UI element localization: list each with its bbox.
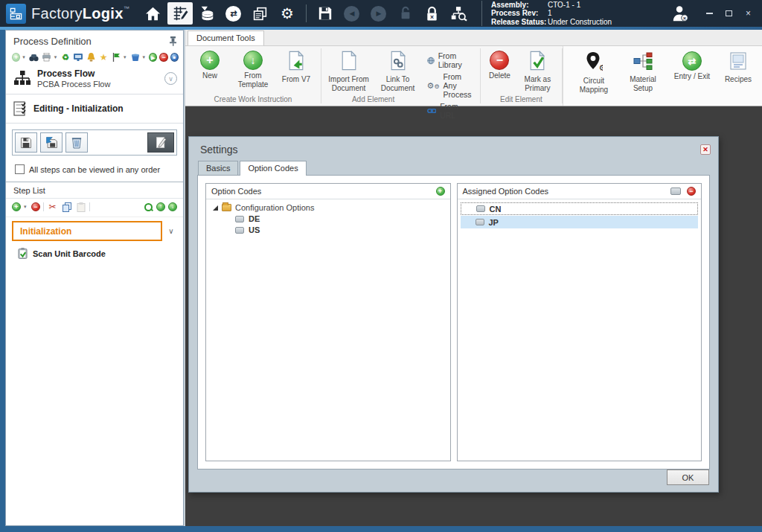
selected-step-group[interactable]: Initialization bbox=[12, 221, 162, 241]
cut-icon[interactable]: ✂ bbox=[47, 202, 58, 212]
stop-icon[interactable]: − bbox=[159, 53, 167, 62]
binoculars-icon[interactable] bbox=[29, 52, 39, 63]
minimize-button[interactable] bbox=[703, 8, 716, 19]
transfer-button[interactable]: ⇄ bbox=[221, 2, 246, 25]
assigned-item[interactable]: CN bbox=[461, 202, 699, 215]
report-icon[interactable] bbox=[73, 52, 83, 63]
alert-icon[interactable] bbox=[86, 52, 96, 63]
back-button[interactable]: ◀ bbox=[339, 2, 365, 25]
pause-icon[interactable]: ■ bbox=[170, 53, 179, 62]
ok-button[interactable]: OK bbox=[667, 469, 709, 485]
move-down-icon[interactable]: ↓ bbox=[168, 202, 177, 211]
process-search-button[interactable] bbox=[446, 2, 472, 25]
add-step-dropdown-icon[interactable]: ▾ bbox=[24, 204, 28, 210]
checklist-edit-icon bbox=[13, 101, 28, 116]
copy-icon[interactable] bbox=[61, 202, 72, 212]
process-definition-editor-button[interactable] bbox=[167, 2, 193, 25]
link-to-document-button[interactable]: Link To Document bbox=[374, 49, 423, 92]
fill-bucket-icon[interactable] bbox=[130, 52, 141, 63]
from-url-button[interactable]: From URL bbox=[427, 102, 473, 120]
release-status-value: Under Construction bbox=[548, 18, 612, 27]
entry-exit-button[interactable]: ⇄ Entry / Exit bbox=[670, 50, 714, 106]
collapse-group-icon[interactable]: ∨ bbox=[162, 227, 180, 235]
tree-root-label: Configuration Options bbox=[235, 203, 314, 212]
assigned-title: Assigned Option Codes bbox=[463, 187, 549, 196]
assembly-label: Assembly: bbox=[491, 1, 548, 10]
option-codes-tab-panel: Option Codes + Configuration Options DE bbox=[197, 175, 710, 469]
start-icon[interactable]: ▶ bbox=[149, 53, 157, 62]
import-from-document-button[interactable]: Import From Document bbox=[324, 49, 374, 92]
process-flow-row[interactable]: Process Flow PCBA Process Flow ∨ bbox=[6, 67, 183, 94]
refresh-icon[interactable]: ♻ bbox=[60, 52, 71, 63]
pin-icon[interactable] bbox=[169, 36, 177, 46]
process-definition-panel: Process Definition +▾ ▾ ♻ ★ ▾ ▾ ▶ − ■ Pr… bbox=[5, 30, 184, 526]
forward-button[interactable]: ▶ bbox=[366, 2, 391, 25]
fill-dropdown-icon[interactable]: ▾ bbox=[143, 54, 147, 60]
close-button[interactable]: × bbox=[742, 8, 755, 19]
assigned-item[interactable]: JP bbox=[461, 216, 699, 228]
paste-icon[interactable] bbox=[75, 202, 86, 212]
tree-item[interactable]: DE bbox=[208, 214, 448, 225]
favorite-star-icon[interactable]: ★ bbox=[98, 52, 109, 63]
dialog-close-icon[interactable]: ✕ bbox=[700, 144, 711, 155]
print-icon[interactable] bbox=[42, 52, 52, 63]
green-plus-icon: + bbox=[200, 51, 220, 70]
order-checkbox[interactable] bbox=[15, 164, 25, 174]
remove-option-icon[interactable]: − bbox=[687, 187, 696, 196]
material-tree-icon bbox=[633, 51, 653, 74]
back-icon: ◀ bbox=[344, 6, 359, 22]
from-v7-button[interactable]: From V7 bbox=[275, 49, 318, 84]
expander-icon[interactable] bbox=[213, 205, 218, 211]
recipes-button[interactable]: Recipes bbox=[720, 50, 757, 106]
circuit-mapping-button[interactable]: ⚙ Circuit Mapping bbox=[572, 50, 615, 106]
material-setup-button[interactable]: Material Setup bbox=[621, 50, 665, 106]
publish-dropdown-icon[interactable]: ▾ bbox=[124, 54, 128, 60]
new-button[interactable]: + New bbox=[188, 49, 231, 80]
lock-denied-button[interactable]: × bbox=[420, 2, 445, 25]
selected-step-group-row[interactable]: Initialization ∨ bbox=[6, 217, 183, 244]
save-button[interactable] bbox=[313, 2, 338, 25]
delete-document-button[interactable] bbox=[65, 132, 88, 153]
document-check-icon bbox=[529, 51, 545, 74]
add-dropdown-icon[interactable]: ▾ bbox=[22, 54, 27, 60]
process-flow-subtitle: PCBA Process Flow bbox=[37, 80, 164, 89]
tab-basics[interactable]: Basics bbox=[198, 161, 238, 176]
remove-step-icon[interactable]: − bbox=[31, 202, 40, 211]
from-template-button[interactable]: ↓ From Template bbox=[231, 49, 275, 89]
tab-option-codes[interactable]: Option Codes bbox=[240, 161, 306, 176]
titlebar: FactoryLogix™ ⇄ ⚙ ◀ ▶ × bbox=[0, 0, 762, 27]
settings-gear-button[interactable]: ⚙ bbox=[275, 2, 300, 25]
zoom-step-icon[interactable] bbox=[144, 202, 153, 212]
tab-document-tools[interactable]: Document Tools bbox=[188, 31, 264, 45]
from-library-button[interactable]: From Library bbox=[427, 51, 473, 69]
ribbon-tools: ⚙ Circuit Mapping Material Setup ⇄ Entry… bbox=[563, 46, 762, 106]
documents-button[interactable] bbox=[248, 2, 273, 25]
document-buttons bbox=[12, 129, 177, 156]
expand-down-icon[interactable]: ∨ bbox=[164, 72, 177, 85]
maximize-button[interactable] bbox=[723, 8, 735, 19]
process-flow-icon bbox=[13, 70, 31, 88]
export-document-button[interactable] bbox=[40, 132, 63, 153]
assign-option-icon[interactable] bbox=[670, 188, 681, 195]
unlock-button[interactable] bbox=[393, 2, 418, 25]
group-label: Edit Element bbox=[480, 94, 562, 106]
delete-element-button[interactable]: − Delete bbox=[483, 49, 516, 80]
home-button[interactable] bbox=[141, 2, 166, 25]
tree-root-row[interactable]: Configuration Options bbox=[208, 202, 448, 214]
database-import-button[interactable] bbox=[194, 2, 220, 25]
add-icon[interactable]: + bbox=[12, 53, 20, 62]
step-item-row[interactable]: Scan Unit Barcode bbox=[6, 244, 183, 262]
save-document-button[interactable] bbox=[15, 132, 37, 153]
add-option-icon[interactable]: + bbox=[436, 187, 445, 196]
main-content: Document Tools + New ↓ From Template bbox=[185, 30, 762, 526]
from-any-process-button[interactable]: ⚙⚙ From Any Process bbox=[427, 72, 473, 99]
user-logout-button[interactable]: × bbox=[670, 4, 690, 22]
add-step-icon[interactable]: + bbox=[12, 202, 21, 211]
move-up-icon[interactable]: ↑ bbox=[156, 202, 165, 211]
print-dropdown-icon[interactable]: ▾ bbox=[54, 54, 59, 60]
edit-document-button[interactable] bbox=[147, 132, 174, 153]
chain-link-icon bbox=[427, 107, 437, 115]
mark-as-primary-button[interactable]: Mark as Primary bbox=[516, 49, 559, 92]
tree-item[interactable]: US bbox=[208, 225, 448, 236]
publish-flag-icon[interactable] bbox=[111, 52, 121, 63]
